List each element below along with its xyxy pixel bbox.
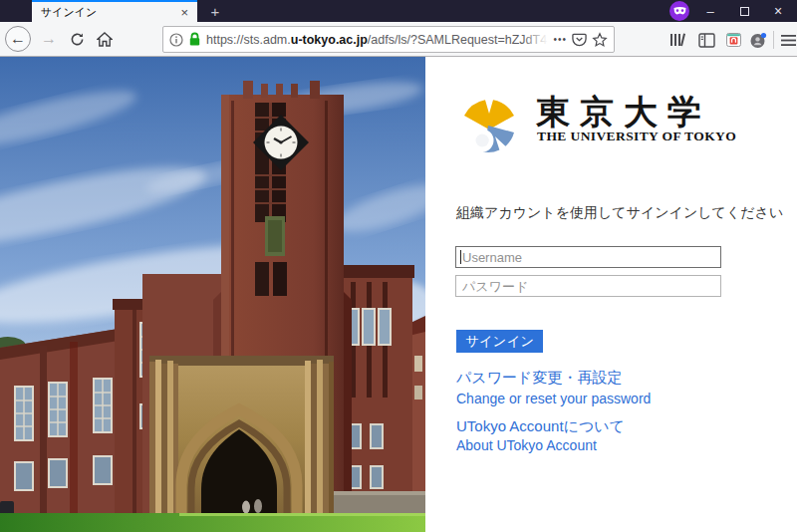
forward-button[interactable]: → [36, 26, 62, 52]
tab-close-icon[interactable]: × [177, 6, 191, 19]
private-browsing-mask-icon [669, 1, 689, 21]
url-prefix: https://sts.adm. [206, 33, 291, 47]
sidebar-toggle-icon[interactable] [694, 28, 718, 52]
university-name-english: THE UNIVERSITY OF TOKYO [537, 129, 736, 144]
new-tab-button[interactable]: + [203, 0, 227, 22]
browser-window: サインイン × + – × ← → [0, 0, 797, 532]
maximize-button[interactable] [729, 0, 759, 22]
utokyo-ginkgo-logo [459, 86, 525, 157]
navigation-toolbar: ← → https://sts.adm.u-tokyo.ac.jp/adfs/l… [0, 22, 797, 57]
tab-title: サインイン [41, 5, 177, 20]
tab-signin[interactable]: サインイン × [32, 0, 197, 22]
extension-account-icon[interactable] [746, 28, 770, 52]
menu-hamburger-icon[interactable] [776, 28, 797, 52]
reload-button[interactable] [64, 26, 90, 52]
page-actions-icon[interactable]: ••• [553, 34, 567, 45]
site-info-icon[interactable] [169, 33, 183, 47]
signin-instruction: 組織アカウントを使用してサインインしてください [456, 204, 783, 222]
address-bar[interactable]: https://sts.adm.u-tokyo.ac.jp/adfs/ls/?S… [162, 26, 615, 53]
entrance-arch [149, 356, 334, 523]
back-button[interactable]: ← [5, 26, 31, 52]
extension-capture-icon[interactable] [721, 28, 745, 52]
bookmark-star-icon[interactable] [592, 32, 608, 48]
library-icon[interactable] [665, 28, 689, 52]
maximize-icon [740, 7, 749, 16]
about-account-link-en[interactable]: About UTokyo Account [456, 437, 597, 453]
signin-button[interactable]: サインイン [456, 330, 543, 353]
url-fade [522, 32, 548, 48]
https-lock-icon[interactable] [188, 32, 201, 47]
url-suffix: /adfs/ls/?SAMLRequest=hZJdT4MwFIb9 [368, 33, 549, 47]
text-caret [460, 250, 461, 264]
password-change-link-ja[interactable]: パスワード変更・再設定 [456, 369, 622, 388]
username-input[interactable] [455, 246, 721, 268]
yasuda-auditorium-photo [0, 57, 425, 532]
home-button[interactable] [92, 26, 118, 52]
about-account-link-ja[interactable]: UTokyo Accountについて [456, 417, 625, 436]
minimize-button[interactable]: – [695, 0, 725, 22]
url-text[interactable]: https://sts.adm.u-tokyo.ac.jp/adfs/ls/?S… [206, 32, 548, 48]
pocket-icon[interactable] [572, 32, 587, 47]
toolbar-separator [773, 31, 774, 49]
close-window-button[interactable]: × [763, 0, 793, 22]
tab-bar: サインイン × + – × [0, 0, 797, 22]
password-input[interactable] [455, 275, 721, 297]
page-content: 東京大学 THE UNIVERSITY OF TOKYO 組織アカウントを使用し… [0, 57, 797, 532]
url-domain: u-tokyo.ac.jp [291, 33, 368, 47]
password-change-link-en[interactable]: Change or reset your password [456, 391, 651, 406]
